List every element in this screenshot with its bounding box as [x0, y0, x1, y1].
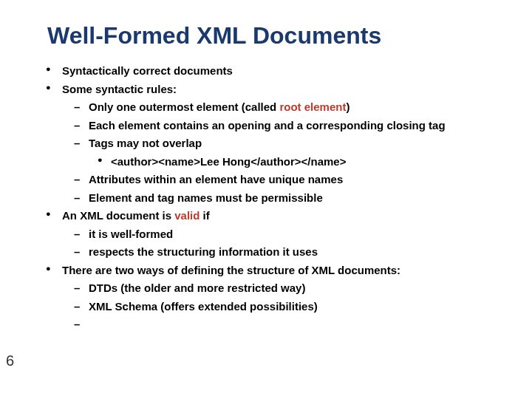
sub-item: Tags may not overlap <author><name>Lee H… [62, 135, 502, 170]
sub-text: Attributes within an element have unique… [89, 173, 343, 185]
highlight-text: root element [279, 100, 346, 113]
sub-text: it is well-formed [89, 228, 173, 240]
sub-item: XML Schema (offers extended possibilitie… [62, 299, 502, 316]
sub-item: Each element contains an opening and a c… [62, 117, 502, 134]
sub-item: Element and tag names must be permissibl… [62, 190, 502, 207]
bullet-text: Syntactically correct documents [62, 64, 233, 77]
sub-text: Element and tag names must be permissibl… [89, 191, 323, 204]
sub-sub-item: <author><name>Lee Hong</author></name> [89, 154, 502, 171]
sub-text: Each element contains an opening and a c… [89, 119, 446, 132]
sub-text: respects the structuring information it … [89, 245, 318, 258]
sub-item: Only one outermost element (called root … [62, 99, 502, 116]
sub-item: Attributes within an element have unique… [62, 171, 502, 188]
sub-list: it is well-formed respects the structuri… [62, 226, 502, 261]
bullet-item: Some syntactic rules: Only one outermost… [43, 81, 502, 207]
bullet-text: Some syntactic rules: [62, 83, 177, 95]
bullet-text: if [200, 209, 209, 222]
page-number: 6 [6, 352, 14, 369]
bullet-item: There are two ways of defining the struc… [43, 262, 502, 316]
sub-text: DTDs (the older and more restricted way) [89, 282, 305, 294]
sub-list: Only one outermost element (called root … [62, 99, 502, 206]
bullet-text: An XML document is [62, 209, 174, 222]
sub-item: respects the structuring information it … [62, 244, 502, 261]
sub-list: DTDs (the older and more restricted way)… [62, 280, 502, 315]
code-text: <author><name>Lee Hong</author></name> [111, 155, 346, 168]
sub-text: Only one outermost element (called [89, 100, 279, 113]
bullet-item: An XML document is valid if it is well-f… [43, 208, 502, 261]
sub-text: XML Schema (offers extended possibilitie… [89, 300, 318, 313]
bullet-text: There are two ways of defining the struc… [62, 264, 400, 276]
bullet-list: Syntactically correct documents Some syn… [43, 63, 502, 315]
sub-text: Tags may not overlap [89, 137, 202, 149]
bullet-item: Syntactically correct documents [43, 63, 502, 80]
sub-item: it is well-formed [62, 226, 502, 243]
sub-sub-list: <author><name>Lee Hong</author></name> [89, 154, 502, 171]
sub-text: ) [346, 100, 349, 113]
sub-item: DTDs (the older and more restricted way) [62, 280, 502, 297]
slide-title: Well-Formed XML Documents [47, 22, 502, 50]
highlight-text: valid [174, 209, 200, 222]
slide: Well-Formed XML Documents Syntactically … [0, 0, 532, 399]
